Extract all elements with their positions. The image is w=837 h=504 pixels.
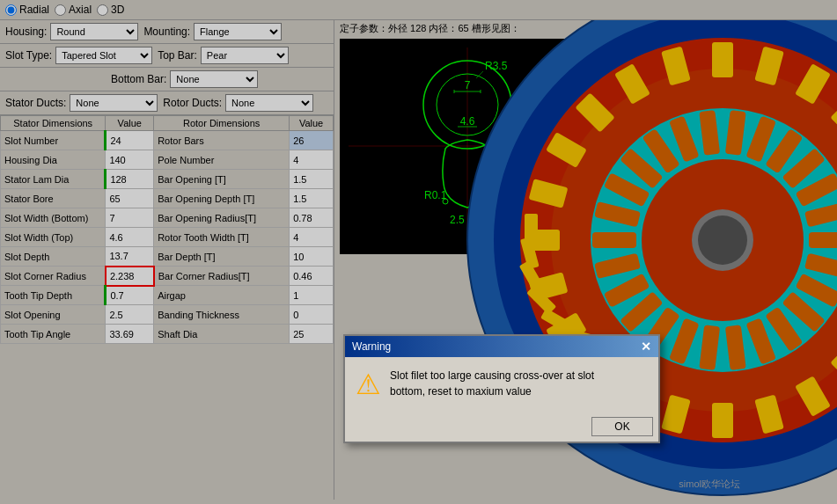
dialog-footer: OK [345, 412, 658, 442]
dialog-overlay: Warning ✕ ⚠ Slot filet too large causing… [0, 0, 837, 504]
dialog-body: ⚠ Slot filet too large causing cross-ove… [345, 357, 658, 412]
dialog-message-line2: bottom, reset to maxium value [390, 385, 532, 398]
dialog-close-button[interactable]: ✕ [641, 340, 651, 354]
warning-icon: ⚠ [356, 368, 381, 401]
dialog-title-bar: Warning ✕ [345, 336, 658, 357]
dialog-title-text: Warning [352, 340, 391, 353]
dialog-message: Slot filet too large causing cross-over … [390, 368, 594, 399]
warning-dialog: Warning ✕ ⚠ Slot filet too large causing… [343, 334, 660, 443]
ok-button[interactable]: OK [591, 417, 653, 436]
dialog-message-line1: Slot filet too large causing cross-over … [390, 369, 594, 382]
